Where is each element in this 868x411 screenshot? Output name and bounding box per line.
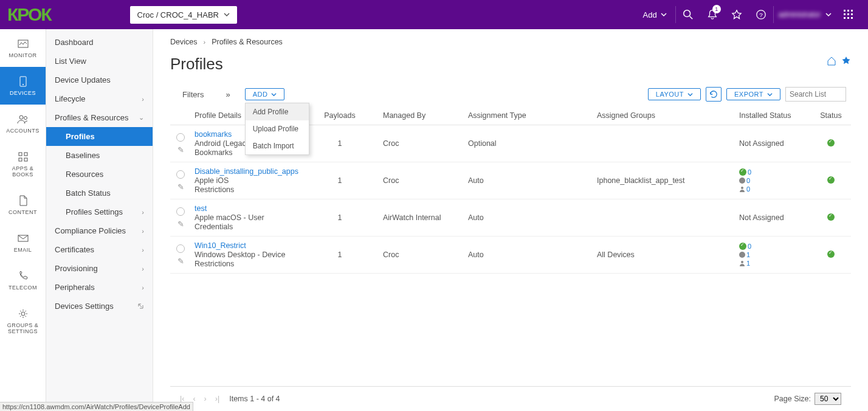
- org-switcher-label: Croc / CROC_4_HABR: [137, 10, 219, 19]
- topbar-add-button[interactable]: Add: [635, 10, 675, 19]
- status-cell: [815, 213, 847, 223]
- col-assign[interactable]: Assignment Type: [464, 111, 593, 120]
- notifications-button[interactable]: 1: [700, 0, 725, 29]
- primary-nav: MONITOR DEVICES ACCOUNTS APPS & BOOKS CO…: [0, 29, 46, 411]
- user-menu[interactable]: administrator: [774, 10, 836, 19]
- table-row[interactable]: ✎ test Apple macOS - User Credentials 1 …: [170, 199, 851, 237]
- col-managed[interactable]: Managed By: [379, 111, 464, 120]
- sidebar-dashboard[interactable]: Dashboard: [46, 33, 153, 52]
- layout-button[interactable]: LAYOUT: [648, 88, 701, 100]
- username-label: administrator: [779, 10, 821, 19]
- topbar: КРОК Croc / CROC_4_HABR Add 1 ? administ…: [0, 0, 868, 29]
- star-button[interactable]: [725, 0, 749, 29]
- nav-monitor[interactable]: MONITOR: [0, 29, 46, 67]
- nav-apps-books[interactable]: APPS & BOOKS: [0, 142, 46, 186]
- external-link-icon: [137, 303, 144, 309]
- sidebar-baselines[interactable]: Baselines: [46, 146, 153, 165]
- sidebar-profiles-resources[interactable]: Profiles & Resources⌄: [46, 108, 153, 127]
- org-switcher[interactable]: Croc / CROC_4_HABR: [130, 6, 237, 24]
- edit-icon[interactable]: ✎: [177, 257, 184, 266]
- search-input[interactable]: [785, 87, 846, 102]
- edit-icon[interactable]: ✎: [177, 145, 184, 154]
- nav-telecom[interactable]: TELECOM: [0, 261, 46, 299]
- profile-payload-type: Restrictions: [195, 185, 297, 194]
- status-ok-icon: [827, 250, 835, 258]
- sidebar-certificates[interactable]: Certificates›: [46, 240, 153, 259]
- col-status[interactable]: Status: [815, 111, 847, 120]
- col-payloads[interactable]: Payloads: [300, 111, 379, 120]
- page-prev[interactable]: ‹: [193, 395, 195, 403]
- page-next[interactable]: ›: [204, 395, 207, 403]
- star-icon[interactable]: [841, 56, 851, 66]
- nav-devices[interactable]: DEVICES: [0, 67, 46, 105]
- dropdown-upload-profile[interactable]: Upload Profile: [246, 120, 309, 137]
- svg-point-17: [24, 117, 27, 120]
- check-icon: [739, 168, 746, 176]
- payloads-count: 1: [300, 176, 379, 185]
- sidebar-batch-status[interactable]: Batch Status: [46, 184, 153, 202]
- sidebar-compliance-policies[interactable]: Compliance Policies›: [46, 221, 153, 240]
- sidebar-device-updates[interactable]: Device Updates: [46, 71, 153, 89]
- nav-groups-settings[interactable]: GROUPS & SETTINGS: [0, 299, 46, 343]
- sidebar-profiles-settings[interactable]: Profiles Settings›: [46, 202, 153, 221]
- profile-name-link[interactable]: test: [195, 204, 297, 213]
- help-icon: ?: [756, 9, 766, 20]
- export-button[interactable]: EXPORT: [726, 88, 780, 100]
- row-radio[interactable]: [176, 133, 185, 142]
- chevron-down-icon: [271, 92, 277, 97]
- sidebar-list-view[interactable]: List View: [46, 52, 153, 71]
- svg-point-23: [21, 312, 25, 316]
- sidebar-profiles[interactable]: Profiles: [46, 127, 153, 146]
- dropdown-batch-import[interactable]: Batch Import: [246, 137, 309, 154]
- sidebar-devices-settings[interactable]: Devices Settings: [46, 297, 153, 316]
- sidebar-provisioning[interactable]: Provisioning›: [46, 259, 153, 278]
- home-icon[interactable]: [827, 56, 836, 66]
- nav-content[interactable]: CONTENT: [0, 186, 46, 224]
- nav-email[interactable]: EMAIL: [0, 224, 46, 261]
- svg-rect-18: [19, 153, 22, 156]
- chevron-right-icon: ›: [142, 95, 144, 103]
- edit-icon[interactable]: ✎: [177, 219, 184, 229]
- table-row[interactable]: ✎ Win10_Restrict Windows Desktop - Devic…: [170, 237, 851, 274]
- table-row[interactable]: ✎ Disable_installing_public_apps Apple i…: [170, 162, 851, 199]
- edit-icon[interactable]: ✎: [177, 182, 184, 192]
- row-radio[interactable]: [176, 244, 185, 253]
- row-radio[interactable]: [176, 207, 185, 216]
- page-last[interactable]: ›|: [215, 395, 219, 403]
- nav-accounts[interactable]: ACCOUNTS: [0, 105, 46, 142]
- sidebar-lifecycle[interactable]: Lifecycle›: [46, 89, 153, 108]
- table-footer: |‹ ‹ › ›| Items 1 - 4 of 4 Page Size: 50: [170, 386, 851, 411]
- content-icon: [19, 195, 27, 206]
- search-button[interactable]: [676, 0, 700, 29]
- col-groups[interactable]: Assigned Groups: [593, 111, 735, 120]
- sidebar-peripherals[interactable]: Peripherals›: [46, 278, 153, 297]
- profile-name-link[interactable]: Disable_installing_public_apps: [195, 167, 297, 176]
- breadcrumb-devices[interactable]: Devices: [170, 38, 197, 46]
- svg-rect-12: [851, 17, 853, 19]
- refresh-button[interactable]: [706, 87, 722, 102]
- chevron-down-icon: [825, 12, 832, 18]
- minus-icon: [739, 252, 745, 258]
- page-size-label: Page Size:: [774, 395, 811, 403]
- page-size-select[interactable]: 50: [815, 393, 841, 405]
- apps-icon: [18, 152, 28, 162]
- svg-point-0: [683, 10, 690, 17]
- gear-icon: [18, 309, 28, 319]
- profile-name-link[interactable]: Win10_Restrict: [195, 241, 297, 250]
- sidebar-resources[interactable]: Resources: [46, 165, 153, 184]
- status-ok-icon: [827, 139, 835, 147]
- chevron-down-icon: [687, 92, 693, 97]
- chevron-down-icon: [767, 92, 773, 97]
- assigned-groups: All Devices: [593, 250, 735, 259]
- filters-toggle[interactable]: Filters »: [175, 90, 238, 99]
- dropdown-add-profile[interactable]: Add Profile: [246, 103, 309, 120]
- payloads-count: 1: [300, 213, 379, 222]
- svg-point-15: [22, 84, 24, 85]
- help-button[interactable]: ?: [749, 0, 773, 29]
- assignment-type: Auto: [464, 213, 593, 222]
- add-button[interactable]: ADD: [245, 88, 285, 100]
- logo: КРОК: [7, 4, 51, 25]
- row-radio[interactable]: [176, 170, 185, 179]
- col-install[interactable]: Installed Status: [735, 111, 815, 120]
- apps-grid-button[interactable]: [836, 0, 861, 29]
